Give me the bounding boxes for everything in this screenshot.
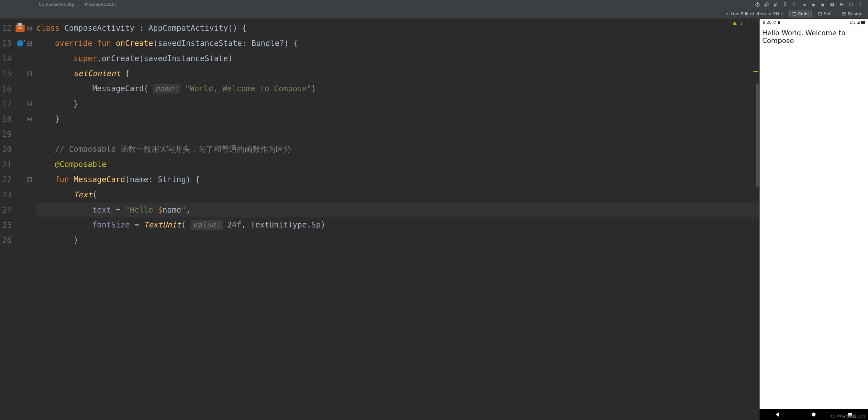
editor-view-toolbar: ✦ Live Edit of literals: ON ▾ Code Split… (0, 9, 868, 19)
design-view-tab[interactable]: Design (839, 10, 865, 18)
line-number: 17 (0, 99, 14, 108)
code-token: 24f (227, 220, 241, 229)
code-editor[interactable]: 1 ˄ ˅ 12<> 13 14 15 16 17 18 19 20 21 22… (0, 19, 759, 420)
code-token: super (74, 54, 97, 63)
device-time: 8:26 (763, 20, 772, 25)
code-token: ) (74, 235, 78, 245)
line-number: 21 (0, 160, 14, 169)
code-annotation: @Composable (55, 160, 106, 169)
editor-scrollbar[interactable] (755, 84, 759, 400)
run-gutter-icon[interactable] (17, 40, 23, 46)
compose-file-icon: <> (16, 25, 25, 32)
code-tab-label: Code (798, 11, 809, 16)
chevron-down-icon[interactable]: ˅ (751, 21, 753, 26)
network-label: LTE (849, 21, 856, 24)
param-hint: name: (153, 84, 180, 94)
hello-text: Hello World, Welcome to Compose (762, 29, 865, 45)
volume-up-icon[interactable]: 🔊 (764, 2, 769, 7)
rotate-right-icon[interactable] (792, 2, 797, 7)
line-number: 19 (0, 130, 14, 139)
record-icon[interactable] (839, 2, 844, 7)
code-view-tab[interactable]: Code (789, 10, 812, 18)
rotate-left-icon[interactable] (783, 2, 788, 7)
code-token: ( (92, 190, 97, 199)
code-token: .onCreate(savedInstanceState) (97, 54, 233, 63)
line-number: 12 (0, 24, 14, 33)
line-number: 24 (0, 205, 14, 215)
live-edit-toggle[interactable]: ✦ Live Edit of literals: ON ▾ (725, 11, 782, 16)
code-token: class (36, 24, 60, 33)
map-warning-mark[interactable] (753, 71, 758, 72)
fold-icon[interactable] (27, 177, 32, 182)
warning-icon (733, 21, 737, 25)
fold-icon[interactable] (27, 71, 32, 76)
code-token: = (111, 205, 125, 215)
code-token: Text (74, 190, 93, 199)
back-icon[interactable]: ◀ (802, 2, 807, 7)
editor-gutter[interactable]: 12<> 13 14 15 16 17 18 19 20 21 22 23 24… (0, 19, 33, 420)
code-token: } (74, 99, 78, 108)
svg-rect-1 (794, 3, 795, 5)
nav-home-icon[interactable] (812, 413, 815, 416)
overview-icon[interactable]: ■ (820, 2, 825, 7)
breadcrumb-function[interactable]: MessageCard() (85, 2, 117, 7)
code-token: , (186, 205, 190, 215)
code-area[interactable]: class ComposeActivity : AppCompatActivit… (35, 19, 759, 420)
more-icon[interactable]: ⋮ (858, 2, 863, 7)
status-dot-icon (774, 21, 776, 24)
svg-rect-4 (840, 3, 842, 5)
code-token: "World, Welcome to Compose" (185, 84, 311, 93)
breadcrumb-file[interactable]: ComposeActivity (39, 2, 74, 7)
fold-icon[interactable] (27, 26, 32, 30)
code-token: fun (97, 39, 111, 48)
code-token: override (55, 39, 93, 48)
code-token: name (162, 205, 181, 215)
fold-icon[interactable] (27, 41, 32, 45)
scrollbar-thumb[interactable] (756, 84, 758, 187)
signal-icon: ◢ (857, 21, 860, 25)
split-view-tab[interactable]: Split (815, 10, 836, 18)
code-token: setContent (74, 69, 121, 78)
chevron-up-icon[interactable]: ˄ (746, 21, 748, 26)
breadcrumb[interactable]: ComposeActivity › MessageCard() (0, 2, 117, 7)
line-number: 18 (0, 115, 14, 124)
code-token: $ (158, 205, 162, 215)
code-token: " (181, 205, 186, 215)
volume-down-icon[interactable]: 🔉 (774, 2, 778, 7)
gutter-border (34, 19, 34, 420)
snapshot-icon[interactable] (848, 2, 854, 7)
svg-rect-5 (793, 12, 796, 15)
code-token: } (55, 115, 60, 124)
code-token: ) (311, 84, 316, 93)
code-token: TextUnitType. (250, 220, 311, 229)
screenshot-icon[interactable] (830, 2, 835, 7)
code-token: onCreate (116, 39, 153, 48)
device-screen[interactable]: 8:26 ▮ LTE ◢ Hello World, Welcome to Com… (760, 19, 868, 420)
home-icon[interactable]: ● (811, 2, 816, 7)
code-token: Sp (311, 220, 321, 229)
live-edit-icon: ✦ (725, 12, 729, 16)
emulator-panel: 8:26 ▮ LTE ◢ Hello World, Welcome to Com… (759, 19, 868, 420)
split-tab-label: Split (824, 11, 833, 16)
code-token: fontSize (92, 220, 130, 229)
fold-icon[interactable] (27, 117, 32, 121)
line-number: 26 (0, 236, 14, 245)
power-icon[interactable]: ⏻ (755, 2, 760, 7)
line-number: 23 (0, 190, 14, 199)
nav-back-icon[interactable] (776, 412, 779, 417)
code-comment: // Composable 函数一般用大写开头，为了和普通的函数作为区分 (55, 144, 291, 154)
line-number: 20 (0, 145, 14, 154)
code-token: TextUnit (144, 220, 181, 229)
inspection-widget[interactable]: 1 ˄ ˅ (733, 21, 753, 26)
design-tab-label: Design (848, 11, 863, 16)
svg-point-3 (832, 4, 833, 5)
code-token: MessageCard( (92, 84, 148, 93)
code-token: ( (181, 220, 186, 229)
emulator-toolbar: ⏻ 🔊 🔉 ◀ ● ■ ⋮ (755, 2, 868, 7)
device-status-bar: 8:26 ▮ LTE ◢ (760, 19, 868, 26)
code-token: , (241, 220, 250, 229)
fold-icon[interactable] (27, 102, 32, 106)
code-token: fun (55, 175, 69, 184)
design-icon (842, 12, 846, 16)
code-token: ComposeActivity (64, 24, 135, 33)
